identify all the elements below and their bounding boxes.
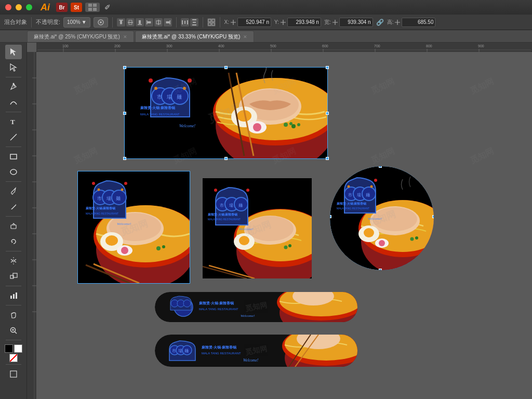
type-tool[interactable]: T bbox=[5, 114, 22, 129]
svg-text:200: 200 bbox=[114, 44, 121, 48]
svg-point-167 bbox=[379, 240, 385, 246]
svg-rect-31 bbox=[10, 154, 17, 159]
svg-rect-26 bbox=[208, 23, 211, 25]
svg-text:Welcome!: Welcome! bbox=[368, 217, 382, 221]
toolbar: 混合对象 不透明度: 100% ▼ bbox=[0, 15, 532, 30]
direct-selection-tool[interactable] bbox=[5, 60, 22, 75]
pencil-tool[interactable] bbox=[5, 200, 22, 214]
h-input[interactable] bbox=[402, 18, 435, 27]
artboard-square1[interactable]: 市 場 麺 麻辣烫·火锅·麻辣香锅 MALA TANG RESTAURANT W… bbox=[78, 171, 190, 283]
svg-rect-22 bbox=[193, 22, 196, 23]
scale-tool[interactable] bbox=[5, 269, 22, 284]
align-bot-btn[interactable] bbox=[136, 18, 144, 26]
align-group bbox=[117, 18, 172, 26]
svg-text:MALA TANG RESTAURANT: MALA TANG RESTAURANT bbox=[199, 308, 238, 311]
opacity-input[interactable]: 100% ▼ bbox=[63, 17, 90, 28]
link-proportions-icon[interactable]: 🔗 bbox=[376, 19, 384, 26]
y-label: Y: bbox=[274, 19, 279, 25]
stroke-swatch[interactable] bbox=[14, 344, 22, 353]
eraser-tool[interactable] bbox=[5, 219, 22, 233]
align-left-btn[interactable] bbox=[145, 18, 153, 26]
align-right-btn[interactable] bbox=[164, 18, 172, 26]
align-mid-h-btn[interactable] bbox=[126, 18, 135, 26]
x-input[interactable] bbox=[237, 18, 271, 27]
screen-mode-btn[interactable] bbox=[5, 367, 22, 381]
dist-v-btn[interactable] bbox=[190, 18, 198, 26]
paintbrush-tool[interactable] bbox=[5, 184, 22, 198]
svg-rect-39 bbox=[16, 292, 17, 299]
none-swatch[interactable] bbox=[9, 354, 18, 362]
separator3 bbox=[176, 17, 177, 28]
tool-sep-10 bbox=[6, 364, 21, 365]
close-button[interactable] bbox=[5, 4, 11, 10]
rect-tool[interactable] bbox=[5, 149, 22, 164]
bridge-icon[interactable]: Br bbox=[56, 3, 68, 12]
pen-tool[interactable] bbox=[5, 79, 22, 94]
line-tool[interactable] bbox=[5, 130, 22, 144]
svg-point-130 bbox=[124, 182, 127, 185]
tab-malatang-black[interactable]: 麻辣烫黑.ai* @ 33.33% (CMYK/GPU 预览) ✕ bbox=[135, 31, 255, 42]
opacity-label: 不透明度: bbox=[36, 18, 60, 26]
dist-h-btn[interactable] bbox=[181, 18, 189, 26]
graph-tool[interactable] bbox=[5, 288, 22, 303]
view-options-btn[interactable] bbox=[94, 17, 108, 28]
artboard-banner[interactable]: 市 場 麺 麻辣烫·火锅·麻辣香锅 MALA TANG RESTAURANT W… bbox=[125, 68, 327, 158]
svg-rect-20 bbox=[187, 20, 188, 24]
left-toolbar: T bbox=[0, 43, 27, 399]
svg-point-155 bbox=[246, 189, 249, 192]
svg-line-30 bbox=[10, 134, 17, 140]
grid-btn[interactable] bbox=[207, 18, 216, 26]
svg-text:900: 900 bbox=[478, 44, 484, 48]
svg-text:MALA TANG RESTAURANT: MALA TANG RESTAURANT bbox=[202, 352, 241, 355]
artboard-strip2[interactable]: 市 場 麺 麻辣烫·火锅·麻辣香锅 MALA TANG RESTAURANT W… bbox=[155, 335, 357, 367]
svg-rect-33 bbox=[11, 225, 16, 229]
artboard-strip1[interactable]: 烫 麻辣烫·火锅·麻辣香锅 MALA TANG RESTAURANT Welco… bbox=[155, 292, 357, 322]
y-input[interactable] bbox=[287, 18, 321, 27]
svg-point-117 bbox=[121, 247, 128, 254]
selection-tool[interactable] bbox=[5, 45, 22, 59]
hand-tool[interactable] bbox=[5, 308, 22, 322]
svg-text:100: 100 bbox=[62, 44, 69, 48]
separator4 bbox=[203, 17, 203, 28]
canvas-content[interactable]: 市 場 麺 麻辣烫·火锅·麻辣香锅 MALA TANG RESTAURANT W… bbox=[36, 52, 532, 399]
svg-text:麺: 麺 bbox=[366, 193, 370, 197]
tab-malatang[interactable]: 麻辣烫.ai* @ 25% (CMYK/GPU 预览) ✕ bbox=[27, 31, 134, 42]
title-icon-group: Br St ✐ bbox=[56, 3, 112, 12]
svg-rect-0 bbox=[88, 4, 92, 7]
rotate-tool[interactable] bbox=[5, 234, 22, 249]
artboard-circle[interactable]: 市 場 麺 麻辣烫·火锅·麻辣香锅 MALA TANG RESTAURANT W… bbox=[330, 166, 434, 270]
minimize-button[interactable] bbox=[16, 4, 22, 10]
svg-line-41 bbox=[15, 332, 17, 334]
svg-text:麺: 麺 bbox=[177, 94, 182, 100]
tool-sep-7 bbox=[6, 286, 21, 286]
reflect-tool[interactable] bbox=[5, 254, 22, 268]
svg-text:麻辣烫·火锅·麻辣香锅: 麻辣烫·火锅·麻辣香锅 bbox=[207, 212, 237, 217]
tab-close-2[interactable]: ✕ bbox=[243, 34, 247, 39]
svg-text:Welcome!: Welcome! bbox=[243, 358, 259, 363]
stock-icon[interactable]: St bbox=[71, 3, 82, 12]
horizontal-ruler: 100 200 300 400 500 600 700 800 bbox=[36, 43, 532, 52]
align-top-btn[interactable] bbox=[117, 18, 125, 26]
zoom-tool[interactable] bbox=[5, 323, 22, 338]
layout-icon[interactable] bbox=[85, 3, 100, 12]
svg-text:Welcome!: Welcome! bbox=[239, 227, 254, 231]
tool-sep-8 bbox=[6, 305, 21, 305]
pen-tool-icon[interactable]: ✐ bbox=[103, 3, 112, 12]
h-label: 高: bbox=[387, 19, 394, 26]
maximize-button[interactable] bbox=[26, 4, 32, 10]
w-input[interactable] bbox=[339, 18, 373, 27]
svg-text:MALA TANG RESTAURANT: MALA TANG RESTAURANT bbox=[86, 212, 118, 215]
svg-text:市: 市 bbox=[220, 203, 224, 208]
ellipse-tool[interactable] bbox=[5, 165, 22, 179]
svg-point-141 bbox=[284, 246, 288, 249]
canvas-area[interactable]: 100 200 300 400 500 600 700 800 bbox=[27, 43, 532, 399]
svg-text:600: 600 bbox=[322, 44, 328, 48]
fill-swatch[interactable] bbox=[5, 344, 13, 353]
tab-close-1[interactable]: ✕ bbox=[123, 34, 127, 39]
artboard-square2[interactable]: 市 場 麺 麻辣烫·火锅·麻辣香锅 MALA TANG RESTAURANT W… bbox=[203, 178, 312, 278]
svg-point-90 bbox=[253, 123, 261, 131]
svg-text:400: 400 bbox=[218, 44, 224, 48]
curvature-tool[interactable] bbox=[5, 95, 22, 110]
tool-sep-5 bbox=[6, 216, 21, 217]
align-mid-v-btn[interactable] bbox=[154, 18, 163, 26]
